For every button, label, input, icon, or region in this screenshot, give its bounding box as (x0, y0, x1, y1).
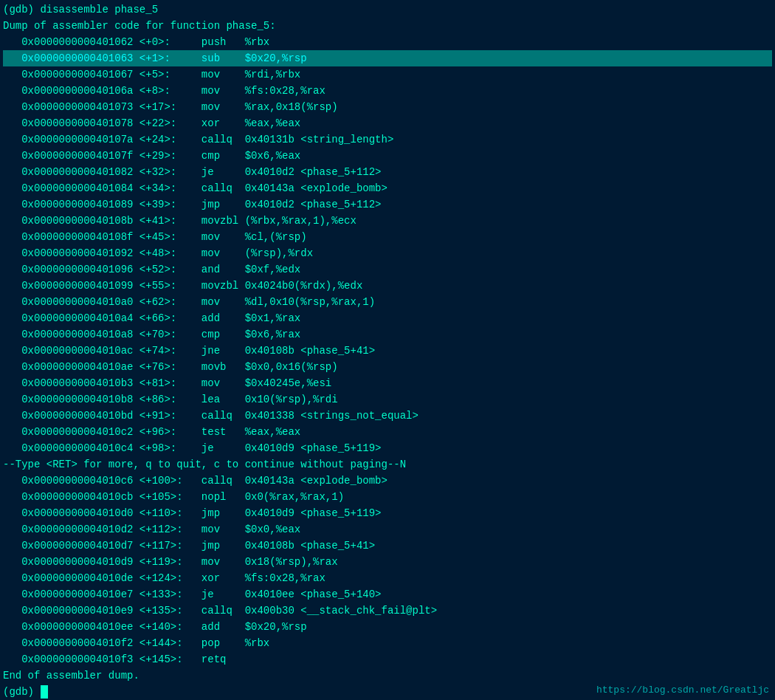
watermark: https://blog.csdn.net/Greatljc (596, 684, 769, 696)
terminal-line: 0x0000000000401078 <+22>: xor %eax,%eax (3, 115, 772, 131)
prompt-text: (gdb) (3, 684, 40, 700)
terminal-line: 0x00000000004010c2 <+96>: test %eax,%eax (3, 424, 772, 440)
terminal-line: 0x00000000004010ac <+74>: jne 0x40108b <… (3, 343, 772, 359)
terminal-line: 0x000000000040108f <+45>: mov %cl,(%rsp) (3, 229, 772, 245)
terminal-line: 0x00000000004010d2 <+112>: mov $0x0,%eax (3, 521, 772, 538)
terminal-line: 0x0000000000401063 <+1>: sub $0x20,%rsp (3, 50, 772, 66)
terminal-line: 0x00000000004010e9 <+135>: callq 0x400b3… (3, 603, 772, 619)
terminal-line: 0x00000000004010cb <+105>: nopl 0x0(%rax… (3, 489, 772, 505)
terminal-line: 0x00000000004010b8 <+86>: lea 0x10(%rsp)… (3, 391, 772, 408)
terminal-line: End of assembler dump. (3, 668, 772, 684)
terminal-line: 0x00000000004010bd <+91>: callq 0x401338… (3, 408, 772, 424)
terminal-line: 0x00000000004010d9 <+119>: mov 0x18(%rsp… (3, 554, 772, 570)
terminal-line: (gdb) disassemble phase_5 (3, 1, 772, 18)
terminal-line: 0x00000000004010a0 <+62>: mov %dl,0x10(%… (3, 294, 772, 310)
terminal-line: 0x00000000004010f3 <+145>: retq (3, 651, 772, 668)
terminal-line: 0x0000000000401073 <+17>: mov %rax,0x18(… (3, 99, 772, 115)
terminal-line: 0x0000000000401089 <+39>: jmp 0x4010d2 <… (3, 196, 772, 213)
terminal-line: 0x00000000004010ee <+140>: add $0x20,%rs… (3, 619, 772, 635)
terminal-line: 0x000000000040107f <+29>: cmp $0x6,%eax (3, 148, 772, 164)
terminal-line: 0x000000000040107a <+24>: callq 0x40131b… (3, 131, 772, 148)
terminal-line: Dump of assembler code for function phas… (3, 18, 772, 34)
terminal-line: 0x000000000040106a <+8>: mov %fs:0x28,%r… (3, 83, 772, 99)
terminal-line: 0x00000000004010f2 <+144>: pop %rbx (3, 635, 772, 651)
terminal: (gdb) disassemble phase_5Dump of assembl… (0, 0, 775, 700)
terminal-line: 0x0000000000401062 <+0>: push %rbx (3, 34, 772, 50)
terminal-line: 0x00000000004010de <+124>: xor %fs:0x28,… (3, 570, 772, 586)
terminal-line: 0x00000000004010d7 <+117>: jmp 0x40108b … (3, 538, 772, 554)
terminal-line: 0x00000000004010a4 <+66>: add $0x1,%rax (3, 310, 772, 326)
terminal-line: 0x0000000000401099 <+55>: movzbl 0x4024b… (3, 278, 772, 294)
terminal-line: 0x00000000004010c6 <+100>: callq 0x40143… (3, 473, 772, 489)
terminal-line: 0x0000000000401092 <+48>: mov (%rsp),%rd… (3, 245, 772, 261)
terminal-line: 0x0000000000401067 <+5>: mov %rdi,%rbx (3, 66, 772, 83)
terminal-line: 0x00000000004010e7 <+133>: je 0x4010ee <… (3, 586, 772, 603)
terminal-line: 0x000000000040108b <+41>: movzbl (%rbx,%… (3, 213, 772, 229)
terminal-line: 0x0000000000401096 <+52>: and $0xf,%edx (3, 261, 772, 278)
terminal-line: 0x00000000004010a8 <+70>: cmp $0x6,%rax (3, 326, 772, 343)
terminal-line: --Type <RET> for more, q to quit, c to c… (3, 456, 772, 473)
terminal-line: 0x0000000000401084 <+34>: callq 0x40143a… (3, 180, 772, 196)
terminal-line: 0x00000000004010c4 <+98>: je 0x4010d9 <p… (3, 440, 772, 456)
terminal-line: 0x0000000000401082 <+32>: je 0x4010d2 <p… (3, 164, 772, 180)
terminal-line: 0x00000000004010ae <+76>: movb $0x0,0x16… (3, 359, 772, 375)
cursor (41, 685, 48, 699)
terminal-line: 0x00000000004010b3 <+81>: mov $0x40245e,… (3, 375, 772, 391)
terminal-line: 0x00000000004010d0 <+110>: jmp 0x4010d9 … (3, 505, 772, 521)
